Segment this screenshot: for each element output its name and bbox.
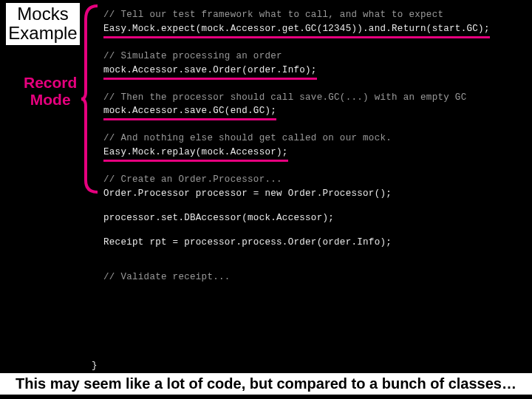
code-block: // Tell our test framework what to call,…	[103, 9, 525, 371]
code-comment: // Create an Order.Processor...	[103, 174, 525, 186]
code-line-set-accessor: processor.set.DBAccessor(mock.Accessor);	[103, 212, 525, 225]
record-mode-label: Record Mode	[24, 74, 77, 108]
record-line2: Mode	[30, 91, 71, 108]
slide-title: Mocks Example	[6, 3, 80, 45]
code-line-processor-decl: Order.Processor processor = new Order.Pr…	[103, 188, 525, 200]
code-comment: // Tell our test framework what to call,…	[103, 9, 525, 21]
code-line-receipt: Receipt rpt = processor.process.Order(or…	[103, 236, 525, 249]
code-comment: // Simulate processing an order	[103, 50, 525, 63]
title-line1: Mocks	[17, 4, 68, 24]
title-line2: Example	[8, 23, 77, 43]
code-line-saveorder: mock.Accessor.save.Order(order.Info);	[103, 64, 317, 80]
code-line-replay: Easy.Mock.replay(mock.Accessor);	[103, 146, 288, 162]
code-close-brace: }	[92, 361, 98, 371]
record-line1: Record	[24, 74, 77, 91]
code-comment: // Then the processor should call save.G…	[103, 92, 525, 104]
code-line-expect: Easy.Mock.expect(mock.Accessor.get.GC(12…	[103, 23, 490, 38]
code-comment: // Validate receipt...	[103, 271, 525, 284]
slide-footer: This may seem like a lot of code, but co…	[0, 373, 532, 395]
code-comment: // And nothing else should get called on…	[103, 132, 525, 145]
bracket-icon	[80, 4, 100, 194]
code-line-savegc: mock.Accessor.save.GC(end.GC);	[103, 105, 276, 120]
